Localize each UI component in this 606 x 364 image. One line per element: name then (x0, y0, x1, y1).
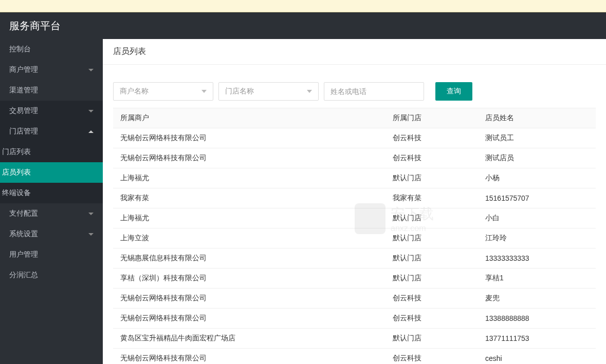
table-row[interactable]: 无锡创云网络科技有限公司创云科技麦兜 (113, 289, 596, 309)
table-row[interactable]: 无锡创云网络科技有限公司创云科技测试员工 (113, 128, 596, 148)
table-row[interactable]: 无锡创云网络科技有限公司创云科技ceshi (113, 349, 596, 365)
sidebar-item-merchant[interactable]: 商户管理 (0, 60, 103, 80)
sidebar-label: 控制台 (9, 45, 31, 54)
table-cell: 默认门店 (385, 269, 478, 289)
table-cell: 无锡创云网络科技有限公司 (113, 349, 385, 365)
keyword-input[interactable] (324, 82, 424, 101)
table-cell: 享桔1 (478, 269, 596, 289)
table-cell: 上海立波 (113, 228, 385, 248)
app-header: 服务商平台 (0, 12, 606, 39)
table-cell: 无锡创云网络科技有限公司 (113, 148, 385, 168)
chevron-down-icon (201, 90, 207, 93)
chevron-up-icon (88, 130, 94, 133)
table-row[interactable]: 无锡创云网络科技有限公司创云科技13388888888 (113, 309, 596, 329)
table-cell: 13771111753 (478, 329, 596, 349)
top-notice-bar (0, 0, 606, 12)
table-cell: 测试店员 (478, 148, 596, 168)
sidebar-label: 分润汇总 (9, 271, 38, 280)
table-cell: 享桔（深圳）科技有限公司 (113, 269, 385, 289)
page-title: 店员列表 (103, 39, 606, 65)
sidebar-label: 交易管理 (9, 106, 38, 116)
table-cell: 默认门店 (385, 208, 478, 228)
search-button[interactable]: 查询 (435, 82, 472, 101)
sidebar-label: 用户管理 (9, 250, 38, 259)
app-title: 服务商平台 (9, 19, 61, 33)
sidebar-label: 支付配置 (9, 209, 38, 218)
table-cell: 默认门店 (385, 168, 478, 188)
sidebar-item-profit[interactable]: 分润汇总 (0, 265, 103, 285)
table-cell: 上海福尤 (113, 168, 385, 188)
table-cell: 默认门店 (385, 228, 478, 248)
table-cell: 创云科技 (385, 148, 478, 168)
sidebar-item-console[interactable]: 控制台 (0, 39, 103, 60)
chevron-down-icon (88, 233, 94, 236)
table-cell: 默认门店 (385, 248, 478, 269)
select-placeholder: 门店名称 (225, 87, 254, 96)
table-row[interactable]: 无锡创云网络科技有限公司创云科技测试店员 (113, 148, 596, 168)
store-select[interactable]: 门店名称 (218, 82, 319, 101)
table-cell: 创云科技 (385, 128, 478, 148)
chevron-down-icon (88, 69, 94, 71)
sidebar-item-transaction[interactable]: 交易管理 (0, 101, 103, 121)
table-cell: 无锡惠展信息科技有限公司 (113, 248, 385, 269)
table-row[interactable]: 上海福尤默认门店小白 (113, 208, 596, 228)
table-cell: 无锡创云网络科技有限公司 (113, 128, 385, 148)
th-merchant: 所属商户 (113, 108, 385, 128)
sidebar-item-system[interactable]: 系统设置 (0, 224, 103, 244)
table-cell: 创云科技 (385, 289, 478, 309)
table-cell: 13388888888 (478, 309, 596, 329)
chevron-down-icon (307, 90, 312, 93)
table-row[interactable]: 上海立波默认门店江玲玲 (113, 228, 596, 248)
select-placeholder: 商户名称 (120, 87, 149, 96)
table-cell: 麦兜 (478, 289, 596, 309)
clerk-table: 所属商户 所属门店 店员姓名 无锡创云网络科技有限公司创云科技测试员工无锡创云网… (113, 108, 596, 364)
table-cell: 创云科技 (385, 349, 478, 365)
table-cell: 小白 (478, 208, 596, 228)
table-cell: 上海福尤 (113, 208, 385, 228)
table-row[interactable]: 无锡惠展信息科技有限公司默认门店13333333333 (113, 248, 596, 269)
merchant-select[interactable]: 商户名称 (113, 82, 213, 101)
filter-bar: 商户名称 门店名称 查询 (103, 73, 606, 101)
sidebar-label: 系统设置 (9, 229, 38, 239)
table-cell: 无锡创云网络科技有限公司 (113, 309, 385, 329)
table-cell: 黄岛区宝升福精品牛肉面宏程广场店 (113, 329, 385, 349)
table-header-row: 所属商户 所属门店 店员姓名 (113, 108, 596, 128)
table-cell: 无锡创云网络科技有限公司 (113, 289, 385, 309)
sidebar-label: 门店列表 (2, 147, 31, 157)
sidebar-item-user[interactable]: 用户管理 (0, 244, 103, 265)
sidebar-item-store[interactable]: 门店管理 (0, 121, 103, 142)
table-cell: 我家有菜 (385, 188, 478, 208)
table-cell: 江玲玲 (478, 228, 596, 248)
main-content: 店员列表 商户名称 门店名称 查询 所属商户 所属门店 店员姓名 (103, 39, 606, 364)
sidebar-item-payment[interactable]: 支付配置 (0, 203, 103, 224)
table-cell: 默认门店 (385, 329, 478, 349)
table-cell: ceshi (478, 349, 596, 365)
table-cell: 13333333333 (478, 248, 596, 269)
sidebar-label: 商户管理 (9, 65, 38, 74)
table-row[interactable]: 我家有菜我家有菜15161575707 (113, 188, 596, 208)
th-name: 店员姓名 (478, 108, 596, 128)
sidebar: 控制台 商户管理 渠道管理 交易管理 门店管理 门店列表 店员列表 终端设备 支… (0, 39, 103, 364)
table-cell: 我家有菜 (113, 188, 385, 208)
table-cell: 创云科技 (385, 309, 478, 329)
sidebar-subitem-store-list[interactable]: 门店列表 (0, 142, 103, 162)
table-row[interactable]: 享桔（深圳）科技有限公司默认门店享桔1 (113, 269, 596, 289)
sidebar-subitem-terminal[interactable]: 终端设备 (0, 183, 103, 203)
table-cell: 测试员工 (478, 128, 596, 148)
table-cell: 15161575707 (478, 188, 596, 208)
sidebar-label: 渠道管理 (9, 86, 38, 95)
chevron-down-icon (88, 213, 94, 215)
sidebar-item-channel[interactable]: 渠道管理 (0, 80, 103, 101)
table-row[interactable]: 黄岛区宝升福精品牛肉面宏程广场店默认门店13771111753 (113, 329, 596, 349)
chevron-down-icon (88, 110, 94, 112)
th-store: 所属门店 (385, 108, 478, 128)
sidebar-subitem-clerk-list[interactable]: 店员列表 (0, 162, 103, 183)
sidebar-label: 终端设备 (2, 188, 31, 198)
sidebar-label: 门店管理 (9, 127, 38, 136)
table-row[interactable]: 上海福尤默认门店小杨 (113, 168, 596, 188)
table-cell: 小杨 (478, 168, 596, 188)
sidebar-label: 店员列表 (2, 168, 31, 177)
